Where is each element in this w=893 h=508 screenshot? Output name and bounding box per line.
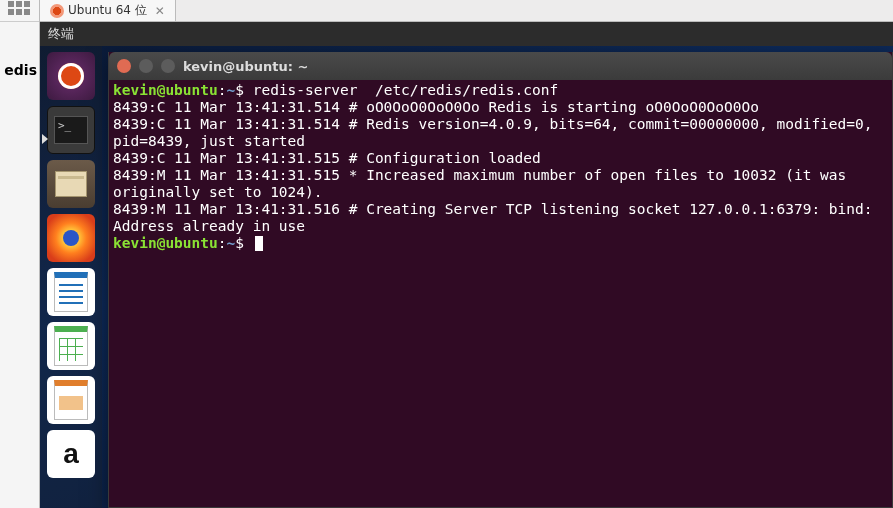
terminal-body[interactable]: kevin@ubuntu:~$ redis-server /etc/redis/… bbox=[109, 80, 892, 507]
host-left-panel: edis bbox=[0, 0, 40, 508]
output-line: 8439:M 11 Mar 13:41:31.515 * Increased m… bbox=[113, 167, 855, 200]
terminal-launcher[interactable] bbox=[47, 106, 95, 154]
prompt-user: kevin@ubuntu bbox=[113, 82, 218, 98]
amazon-launcher[interactable]: a bbox=[47, 430, 95, 478]
vm-tab-ubuntu[interactable]: Ubuntu 64 位 ✕ bbox=[40, 0, 176, 21]
firefox-launcher[interactable] bbox=[47, 214, 95, 262]
window-close-button[interactable] bbox=[117, 59, 131, 73]
unity-dock: a bbox=[40, 22, 102, 508]
window-maximize-button[interactable] bbox=[161, 59, 175, 73]
command-text: redis-server /etc/redis/redis.conf bbox=[253, 82, 559, 98]
terminal-window[interactable]: kevin@ubuntu: ~ kevin@ubuntu:~$ redis-se… bbox=[108, 52, 893, 508]
vm-tab-bar: Ubuntu 64 位 ✕ bbox=[40, 0, 893, 22]
libreoffice-calc-launcher[interactable] bbox=[47, 322, 95, 370]
vm-tab-label: Ubuntu 64 位 bbox=[68, 2, 147, 19]
close-icon[interactable]: ✕ bbox=[155, 4, 165, 18]
gnome-top-bar: 终端 bbox=[40, 22, 893, 46]
partial-sidebar-text: edis bbox=[0, 62, 39, 78]
libreoffice-impress-launcher[interactable] bbox=[47, 376, 95, 424]
running-indicator-icon bbox=[42, 134, 48, 144]
ubuntu-logo-icon bbox=[50, 4, 64, 18]
terminal-title: kevin@ubuntu: ~ bbox=[183, 59, 308, 74]
prompt-user: kevin@ubuntu bbox=[113, 235, 218, 251]
files-launcher[interactable] bbox=[47, 160, 95, 208]
dash-home-launcher[interactable] bbox=[47, 52, 95, 100]
cursor bbox=[255, 236, 263, 251]
prompt-path: ~ bbox=[227, 235, 236, 251]
output-line: 8439:M 11 Mar 13:41:31.516 # Creating Se… bbox=[113, 201, 881, 234]
terminal-titlebar[interactable]: kevin@ubuntu: ~ bbox=[109, 52, 892, 80]
libreoffice-writer-launcher[interactable] bbox=[47, 268, 95, 316]
prompt-path: ~ bbox=[227, 82, 236, 98]
output-line: 8439:C 11 Mar 13:41:31.515 # Configurati… bbox=[113, 150, 541, 166]
window-minimize-button[interactable] bbox=[139, 59, 153, 73]
active-app-title: 终端 bbox=[48, 25, 74, 43]
thumbnail-grid-icon[interactable] bbox=[8, 1, 32, 21]
output-line: 8439:C 11 Mar 13:41:31.514 # oO0OoO0OoO0… bbox=[113, 99, 759, 115]
output-line: 8439:C 11 Mar 13:41:31.514 # Redis versi… bbox=[113, 116, 881, 149]
